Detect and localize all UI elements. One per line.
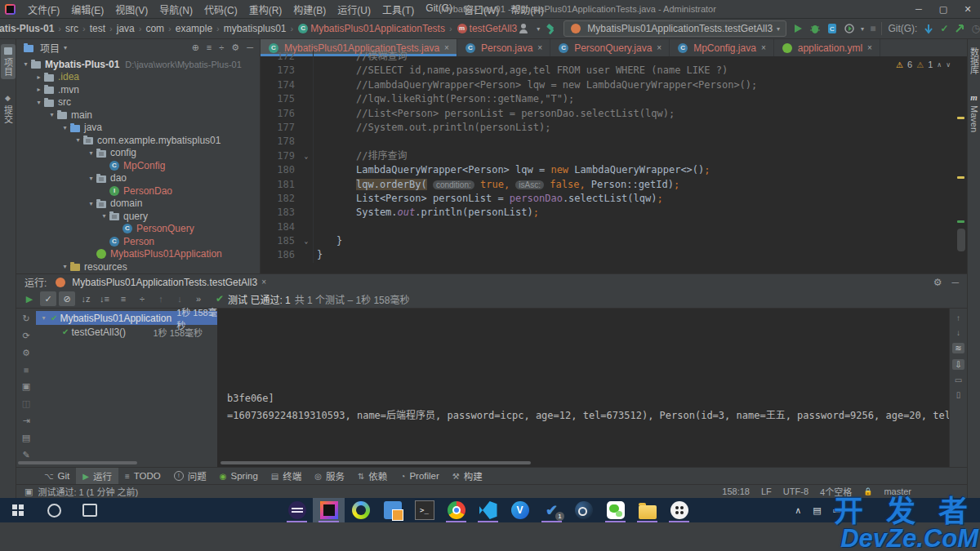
fold-icon[interactable]: ⌄ bbox=[300, 149, 314, 163]
breadcrumb-item[interactable]: mtestGetAll3 bbox=[456, 23, 519, 34]
show-ignored-toggle[interactable]: ⊘ bbox=[59, 291, 75, 306]
tree-arrow-icon[interactable]: ▾ bbox=[87, 175, 96, 182]
menu-item[interactable]: 编辑(E) bbox=[65, 2, 109, 16]
toolwindow-button-spring[interactable]: ◉Spring bbox=[213, 468, 265, 484]
test-tree-item[interactable]: ▾✔MybatisPlus01Application1秒 158毫秒 bbox=[36, 311, 217, 325]
build-hammer-icon[interactable] bbox=[546, 23, 558, 35]
tray-clipboard-icon[interactable]: ▤ bbox=[813, 505, 821, 516]
file-encoding[interactable]: UTF-8 bbox=[783, 487, 808, 496]
toolwindow-button-todo[interactable]: ≡TODO bbox=[118, 468, 167, 484]
rerun-tests-button[interactable]: ▶ bbox=[21, 291, 38, 306]
toolwindow-button-terminal[interactable]: ▤终端 bbox=[265, 468, 308, 484]
pin-tab-icon[interactable]: ✎ bbox=[22, 450, 29, 460]
tree-arrow-icon[interactable]: ▾ bbox=[21, 60, 30, 68]
menu-item[interactable]: 重构(R) bbox=[243, 2, 288, 16]
tree-arrow-icon[interactable]: ▸ bbox=[34, 86, 43, 93]
debug-button[interactable] bbox=[809, 23, 821, 34]
code-line[interactable]: 173//SELECT id,name,password,age,tel FRO… bbox=[261, 64, 967, 78]
toolwindow-button-deps[interactable]: ⇅依赖 bbox=[351, 468, 394, 484]
menu-item[interactable]: 视图(V) bbox=[109, 2, 154, 16]
expand-all-button[interactable]: ≡ bbox=[115, 291, 131, 306]
close-icon[interactable]: × bbox=[261, 278, 266, 287]
tree-arrow-icon[interactable]: ▾ bbox=[34, 99, 43, 106]
run-configuration-select[interactable]: MybatisPlus01ApplicationTests.testGetAll… bbox=[564, 20, 786, 37]
toolwindow-button-git[interactable]: ⌥Git bbox=[38, 468, 76, 484]
code-line[interactable]: 176//List<Person> personList = personDao… bbox=[261, 107, 967, 121]
fold-icon[interactable]: ⌄ bbox=[300, 234, 314, 248]
test-settings-icon[interactable]: ⚙ bbox=[22, 348, 30, 358]
code-line[interactable]: 178 bbox=[261, 135, 967, 149]
toolwindow-switcher-icon[interactable]: ▣ bbox=[24, 487, 33, 497]
breadcrumb-item[interactable]: src bbox=[65, 23, 79, 34]
hide-panel-icon[interactable]: ─ bbox=[951, 277, 959, 288]
update-project-button[interactable] bbox=[923, 23, 934, 34]
profiler-button[interactable] bbox=[844, 23, 855, 34]
breadcrumb-item[interactable]: com bbox=[145, 23, 165, 34]
tree-item[interactable]: ▾com.example.mybatisplus01 bbox=[16, 134, 260, 147]
print-icon[interactable]: ▭ bbox=[955, 375, 962, 384]
console-horizontal-scrollbar[interactable] bbox=[220, 461, 531, 464]
code-line[interactable]: 180LambdaQueryWrapper<Person> lqw = new … bbox=[261, 163, 967, 177]
maximize-button[interactable]: ▢ bbox=[931, 0, 956, 18]
scroll-to-end-icon[interactable]: ⇩ bbox=[952, 359, 964, 370]
breadcrumb-item[interactable]: example bbox=[175, 23, 213, 34]
thread-dump-icon[interactable]: ▣ bbox=[22, 381, 30, 392]
scroll-up-icon[interactable]: ↑ bbox=[956, 313, 960, 322]
taskbar-app-eclipse[interactable] bbox=[281, 498, 313, 522]
console[interactable]: b3fe06e]=1607369224819310593, name=后端程序员… bbox=[217, 309, 949, 467]
line-separator[interactable]: LF bbox=[761, 487, 772, 496]
taskbar-app-steam[interactable] bbox=[568, 498, 599, 522]
tree-arrow-icon[interactable]: ▾ bbox=[60, 263, 69, 270]
menu-item[interactable]: 运行(U) bbox=[332, 2, 376, 16]
rerun-icon[interactable]: ↻ bbox=[22, 313, 29, 324]
tree-item[interactable]: ▾domain bbox=[16, 198, 260, 211]
menu-item[interactable]: 构建(B) bbox=[287, 2, 332, 16]
editor-scrollbar[interactable] bbox=[957, 229, 965, 251]
code-line[interactable]: 184 bbox=[261, 220, 967, 234]
menu-item[interactable]: 导航(N) bbox=[154, 2, 198, 16]
toolwindow-button-services[interactable]: ◎服务 bbox=[308, 468, 351, 484]
taskbar-app-wechat[interactable] bbox=[599, 498, 631, 522]
toolwindow-button-problems[interactable]: !问题 bbox=[167, 468, 213, 484]
hide-panel-icon[interactable]: ─ bbox=[247, 42, 253, 53]
code-line[interactable]: 186} bbox=[261, 248, 967, 262]
taskbar-app-dbeaver[interactable] bbox=[345, 498, 376, 522]
breadcrumb-item[interactable]: CMybatisPlus01ApplicationTests bbox=[296, 23, 446, 34]
breadcrumb-item[interactable]: test bbox=[89, 23, 106, 34]
run-button[interactable] bbox=[792, 23, 804, 34]
show-passed-toggle[interactable]: ✓ bbox=[40, 291, 56, 306]
tree-item[interactable]: ▾Mybatis-Plus-01D:\java\work\Mybatis-Plu… bbox=[16, 58, 260, 71]
code-line[interactable]: 174//LambdaQueryWrapper<Person> lqw = ne… bbox=[261, 78, 967, 92]
tree-item[interactable]: MybatisPlus01Application bbox=[16, 248, 260, 261]
menu-item[interactable]: 文件(F) bbox=[22, 2, 65, 16]
tree-item[interactable]: ▾java bbox=[16, 122, 260, 135]
chevron-down-icon[interactable]: ▾ bbox=[861, 25, 864, 33]
minimize-button[interactable]: ─ bbox=[906, 0, 931, 18]
locate-file-icon[interactable]: ⊕ bbox=[192, 42, 199, 53]
code-line[interactable]: 179⌄//排序查询 bbox=[261, 149, 967, 163]
tree-item[interactable]: ▾query bbox=[16, 210, 260, 223]
tree-arrow-icon[interactable]: ▸ bbox=[34, 73, 43, 81]
scroll-down-icon[interactable]: ↓ bbox=[956, 328, 960, 337]
tree-item[interactable]: ▾main bbox=[16, 109, 260, 122]
code-line[interactable]: 185⌄} bbox=[261, 234, 967, 248]
next-warning-icon[interactable]: ∨ bbox=[946, 61, 951, 69]
commit-button[interactable]: ✓ bbox=[940, 23, 948, 34]
tree-arrow-icon[interactable]: ▾ bbox=[74, 136, 82, 144]
rerun-failed-icon[interactable]: ⟳ bbox=[22, 331, 29, 341]
warning-stripe-mark[interactable] bbox=[957, 176, 964, 179]
soft-wrap-icon[interactable]: ≋ bbox=[952, 343, 964, 353]
taskbar-app-edge[interactable]: V bbox=[504, 498, 536, 522]
sort-alphabetically-button[interactable]: ↓z bbox=[78, 291, 94, 306]
toolwindow-button-profiler[interactable]: ◔Profiler bbox=[394, 468, 445, 484]
taskbar-app-vmware[interactable] bbox=[376, 498, 408, 522]
code-line[interactable]: 181lqw.orderBy( condition: true, isAsc: … bbox=[261, 178, 967, 192]
menu-item[interactable]: 工具(T) bbox=[376, 2, 420, 16]
tree-arrow-icon[interactable]: ▾ bbox=[47, 111, 56, 118]
more-actions-icon[interactable]: » bbox=[190, 291, 207, 306]
prev-warning-icon[interactable]: ∧ bbox=[937, 61, 942, 69]
gear-icon[interactable]: ⚙ bbox=[231, 42, 239, 53]
user-icon[interactable] bbox=[519, 24, 528, 33]
code-line[interactable]: 172//模糊查询 bbox=[261, 50, 967, 64]
sort-by-duration-button[interactable]: ↓≡ bbox=[96, 291, 113, 306]
